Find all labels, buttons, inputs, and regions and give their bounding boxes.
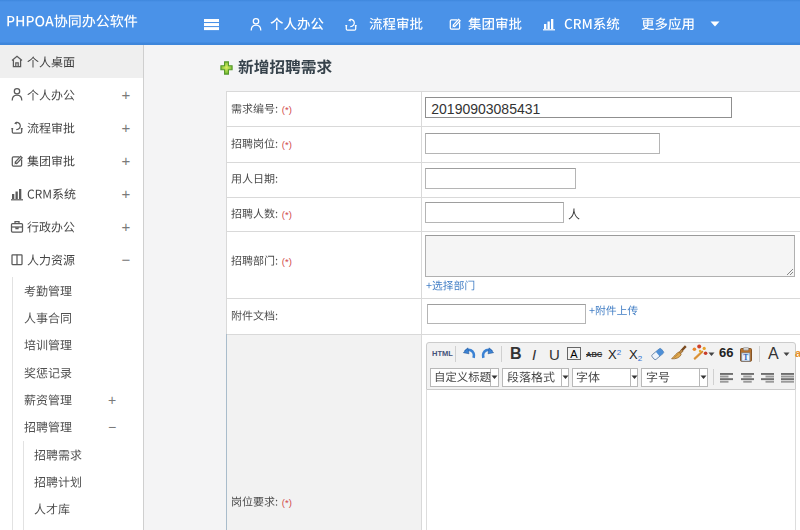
svg-text:T: T — [743, 353, 748, 362]
